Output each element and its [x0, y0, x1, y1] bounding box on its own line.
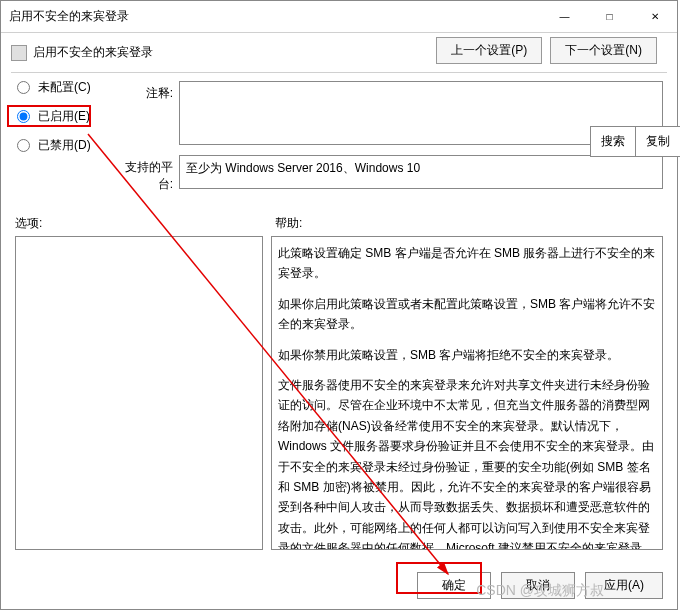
- apply-button[interactable]: 应用(A): [585, 572, 663, 599]
- help-label: 帮助:: [275, 215, 302, 232]
- cancel-button[interactable]: 取消: [501, 572, 575, 599]
- radio-not-configured-label: 未配置(C): [38, 79, 91, 96]
- help-pane[interactable]: 此策略设置确定 SMB 客户端是否允许在 SMB 服务器上进行不安全的来宾登录。…: [271, 236, 663, 550]
- platform-label: 支持的平台:: [115, 155, 179, 193]
- policy-icon: [11, 45, 27, 61]
- help-paragraph: 此策略设置确定 SMB 客户端是否允许在 SMB 服务器上进行不安全的来宾登录。: [278, 243, 656, 284]
- radio-not-configured[interactable]: 未配置(C): [17, 79, 107, 96]
- next-setting-button[interactable]: 下一个设置(N): [550, 37, 657, 64]
- comment-label: 注释:: [115, 81, 179, 102]
- ok-button[interactable]: 确定: [417, 572, 491, 599]
- radio-enabled-input[interactable]: [17, 110, 30, 123]
- help-paragraph: 如果你启用此策略设置或者未配置此策略设置，SMB 客户端将允许不安全的来宾登录。: [278, 294, 656, 335]
- radio-enabled[interactable]: 已启用(E): [17, 108, 107, 125]
- policy-subtitle: 启用不安全的来宾登录: [33, 44, 153, 61]
- prev-setting-button[interactable]: 上一个设置(P): [436, 37, 542, 64]
- help-paragraph: 文件服务器使用不安全的来宾登录来允许对共享文件夹进行未经身份验证的访问。尽管在企…: [278, 375, 656, 550]
- options-pane[interactable]: [15, 236, 263, 550]
- copy-tab[interactable]: 复制: [635, 126, 680, 157]
- help-paragraph: 如果你禁用此策略设置，SMB 客户端将拒绝不安全的来宾登录。: [278, 345, 656, 365]
- radio-disabled[interactable]: 已禁用(D): [17, 137, 107, 154]
- radio-enabled-label: 已启用(E): [38, 108, 90, 125]
- search-tab[interactable]: 搜索: [590, 126, 635, 157]
- close-button[interactable]: ✕: [632, 2, 677, 32]
- radio-disabled-input[interactable]: [17, 139, 30, 152]
- minimize-button[interactable]: —: [542, 2, 587, 32]
- window-title: 启用不安全的来宾登录: [9, 8, 542, 25]
- options-label: 选项:: [15, 215, 275, 232]
- radio-not-configured-input[interactable]: [17, 81, 30, 94]
- radio-disabled-label: 已禁用(D): [38, 137, 91, 154]
- platform-value: [179, 155, 663, 189]
- maximize-button[interactable]: □: [587, 2, 632, 32]
